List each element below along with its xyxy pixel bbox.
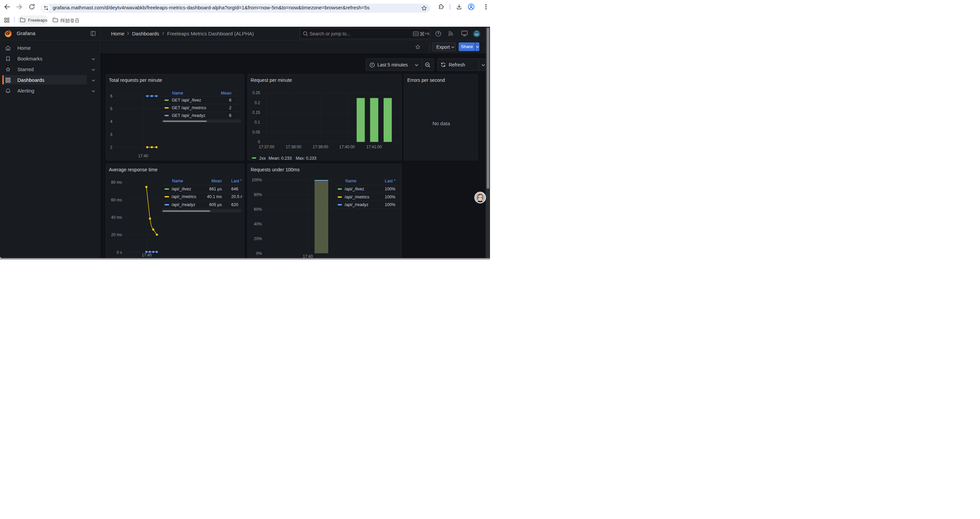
svg-text:0%: 0% [256, 251, 262, 256]
svg-text:0.15: 0.15 [252, 110, 260, 115]
svg-text:20 ms: 20 ms [111, 232, 122, 237]
svg-text:60 ms: 60 ms [111, 197, 122, 202]
svg-text:80%: 80% [254, 192, 262, 197]
svg-text:40 ms: 40 ms [111, 215, 122, 220]
svg-text:0.1: 0.1 [255, 120, 260, 125]
svg-text:17:37:00: 17:37:00 [259, 145, 274, 149]
svg-text:5: 5 [110, 107, 112, 111]
svg-text:17:38:00: 17:38:00 [286, 145, 301, 149]
svg-text:0.2: 0.2 [255, 101, 260, 105]
svg-text:2: 2 [110, 145, 112, 150]
svg-text:17:41:00: 17:41:00 [366, 145, 382, 149]
svg-text:17:40: 17:40 [302, 254, 313, 258]
svg-text:60%: 60% [254, 207, 262, 212]
svg-text:20%: 20% [254, 236, 262, 241]
svg-text:40%: 40% [254, 222, 262, 227]
svg-text:80 ms: 80 ms [111, 180, 122, 185]
svg-text:0.05: 0.05 [252, 130, 260, 134]
svg-text:100%: 100% [251, 178, 262, 182]
svg-text:3: 3 [110, 132, 112, 137]
svg-text:17:39:00: 17:39:00 [313, 145, 328, 149]
svg-text:4: 4 [110, 119, 112, 124]
svg-text:17:40:00: 17:40:00 [339, 145, 355, 149]
svg-text:6: 6 [110, 94, 112, 99]
svg-text:17:40: 17:40 [138, 153, 148, 158]
svg-text:17:40: 17:40 [142, 253, 151, 257]
svg-text:0: 0 [258, 140, 260, 144]
svg-text:0 s: 0 s [116, 250, 122, 254]
svg-text:0.25: 0.25 [252, 91, 260, 95]
